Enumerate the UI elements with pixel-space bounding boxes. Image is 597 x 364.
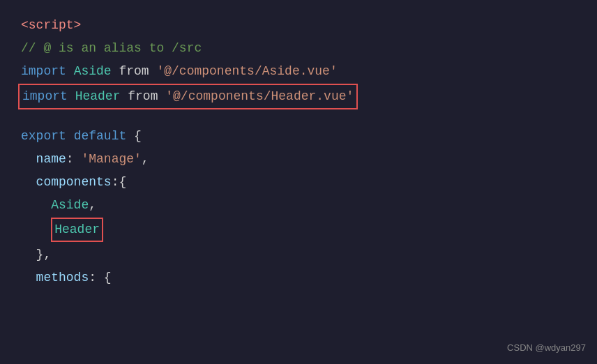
name-value: 'Manage' (81, 149, 141, 169)
line-header-comp: Header (21, 216, 576, 243)
header-component: Header (54, 222, 100, 236)
indent2 (21, 172, 36, 192)
aside-path: '@/components/Aside.vue' (156, 61, 337, 82)
blank-line (21, 111, 576, 125)
header-class-import: Header (75, 86, 128, 107)
open-brace-methods: { (104, 268, 112, 288)
line-aside-comp: Aside, (21, 194, 576, 217)
import-keyword-header: import (22, 86, 75, 107)
watermark: CSDN @wdyan297 (507, 341, 586, 356)
indent1 (21, 149, 36, 169)
export-keyword: export (21, 126, 74, 146)
import-header-highlight: import Header from '@/components/Header.… (18, 84, 358, 109)
indent6 (21, 268, 36, 288)
components-key: components (36, 172, 112, 192)
line-export-default: export default { (21, 125, 576, 148)
line-name-prop: name: 'Manage', (21, 148, 576, 171)
line-closing-brace: }, (21, 243, 576, 266)
header-component-highlight: Header (51, 218, 103, 242)
close-brace-components: } (36, 245, 44, 265)
colon-components: :{ (112, 172, 127, 192)
comma-aside: , (89, 195, 96, 215)
name-key: name (36, 149, 66, 169)
comma-name: , (142, 149, 149, 169)
line-components: components:{ (21, 171, 576, 194)
open-brace-export: { (134, 126, 142, 146)
methods-key: methods (36, 268, 89, 288)
indent3 (21, 195, 51, 215)
aside-component: Aside (51, 195, 89, 215)
code-block: <script> // @ is an alias to /src import… (0, 0, 597, 303)
import-keyword-aside: import (21, 61, 74, 82)
colon-name: : (66, 149, 82, 169)
comma-components: , (43, 245, 51, 265)
colon-methods: : (89, 268, 104, 288)
indent4 (21, 220, 51, 240)
from-keyword-header: from (128, 86, 165, 107)
script-tag-text: <script> (21, 15, 81, 36)
comment-text: // @ is an alias to /src (21, 38, 202, 59)
header-path: '@/components/Header.vue' (165, 86, 354, 107)
line-script-tag: <script> (21, 14, 576, 37)
line-comment: // @ is an alias to /src (21, 37, 576, 60)
line-import-header: import Header from '@/components/Header.… (21, 82, 576, 111)
line-import-aside: import Aside from '@/components/Aside.vu… (21, 60, 576, 83)
from-keyword-aside: from (119, 61, 156, 82)
line-methods: methods: { (21, 266, 576, 289)
indent5 (21, 245, 36, 265)
aside-class: Aside (74, 61, 119, 82)
default-keyword: default (74, 126, 134, 146)
